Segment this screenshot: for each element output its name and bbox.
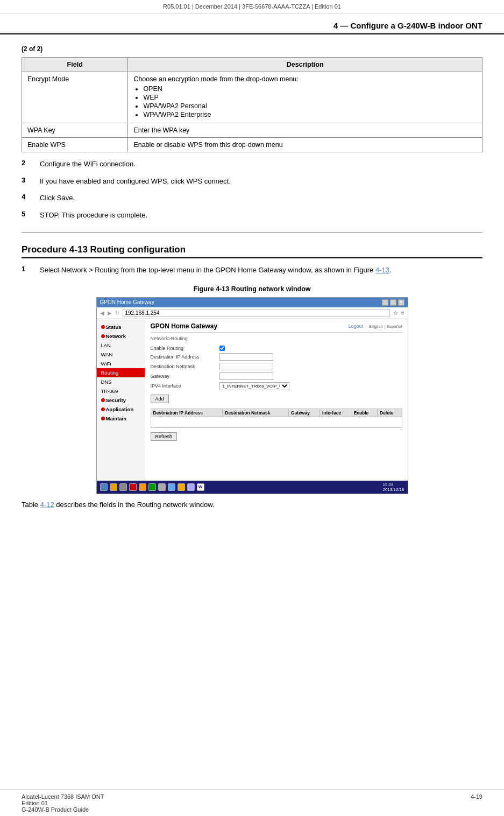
screenshot-titlebar: GPON Home Gateway − □ ✕: [97, 298, 408, 307]
table-empty-row: [151, 417, 402, 427]
taskbar-icon-8[interactable]: [168, 483, 175, 491]
col-field: Field: [22, 58, 128, 72]
bullet-wpa-enterprise: WPA/WPA2 Enterprise: [143, 111, 477, 118]
sidebar-application-label: Application: [106, 406, 134, 412]
logout-link[interactable]: Logout: [349, 323, 364, 329]
form-row-ipv4: IPV4 Interface 1_INTERNET_TR069_VOIP_OTH…: [151, 382, 402, 390]
sidebar-item-network[interactable]: Network: [97, 332, 145, 341]
taskbar-datetime: 15:09 2013/12/18: [382, 482, 404, 492]
language-selector[interactable]: English | Español: [369, 324, 402, 329]
step-2-num: 2: [22, 159, 33, 170]
page-title-bar: 4 — Configure a G-240W-B indoor ONT: [0, 13, 504, 34]
procedure-step-1: 1 Select Network > Routing from the top-…: [22, 265, 482, 276]
taskbar-icon-1[interactable]: [100, 483, 108, 491]
star-icon[interactable]: ☆: [393, 310, 398, 316]
col-dest-ip: Destination IP Address: [151, 409, 223, 417]
sidebar-item-routing[interactable]: Routing: [97, 368, 145, 377]
refresh-button[interactable]: Refresh: [151, 432, 178, 441]
ipv4-interface-select[interactable]: 1_INTERNET_TR069_VOIP_OTH...: [219, 382, 289, 390]
menu-icon[interactable]: ≡: [401, 310, 404, 316]
taskbar-icon-4[interactable]: [129, 483, 137, 491]
maximize-button[interactable]: □: [390, 299, 396, 306]
header-right: Logout English | Español: [349, 323, 402, 329]
figure-container: Figure 4-13 Routing network window GPON …: [22, 285, 482, 494]
sidebar-status-label: Status: [106, 324, 122, 330]
sidebar-item-lan[interactable]: LAN: [97, 341, 145, 350]
procedure-title: Procedure 4-13 Routing configuration: [22, 244, 482, 258]
back-button[interactable]: ◀: [100, 310, 104, 316]
taskbar-icon-w[interactable]: W: [197, 483, 204, 491]
sidebar-item-application[interactable]: Application: [97, 405, 145, 414]
taskbar-icon-2[interactable]: [110, 483, 117, 491]
form-row-enable-routing: Enable Routing: [151, 346, 402, 351]
minimize-button[interactable]: −: [382, 299, 388, 306]
sidebar-network-label: Network: [106, 333, 126, 339]
address-input[interactable]: [123, 309, 390, 317]
taskbar-icon-3[interactable]: [119, 483, 127, 491]
titlebar-controls[interactable]: − □ ✕: [382, 299, 404, 306]
table-row: WPA Key Enter the WPA key: [22, 123, 482, 138]
taskbar-time: 15:09: [382, 482, 404, 487]
sidebar-item-wifi[interactable]: WiFi: [97, 359, 145, 368]
step-2-text: Configure the WiFi connection.: [40, 159, 136, 170]
step-5: 5 STOP. This procedure is complete.: [22, 210, 482, 221]
footer-edition: Edition 01: [22, 800, 48, 806]
page-footer: Alcatel-Lucent 7368 ISAM ONT Edition 01 …: [0, 790, 504, 816]
forward-button[interactable]: ▶: [108, 310, 112, 316]
col-dest-mask: Destination Netmask: [223, 409, 289, 417]
refresh-button[interactable]: ↻: [115, 310, 119, 316]
add-button[interactable]: Add: [151, 395, 169, 403]
table-row: Encrypt Mode Choose an encryption mode f…: [22, 72, 482, 123]
sidebar-item-security[interactable]: Security: [97, 396, 145, 405]
form-row-gateway: Gateway: [151, 372, 402, 380]
taskbar-icon-7[interactable]: [158, 483, 166, 491]
bullet-wep: WEP: [143, 94, 477, 101]
sidebar-item-tr069[interactable]: TR-069: [97, 386, 145, 396]
field-description-table: Field Description Encrypt Mode Choose an…: [22, 57, 482, 152]
close-button[interactable]: ✕: [398, 299, 404, 306]
sidebar-item-dns[interactable]: DNS: [97, 377, 145, 386]
sidebar-security-label: Security: [106, 397, 126, 403]
sidebar-item-status[interactable]: Status: [97, 322, 145, 332]
gateway-input[interactable]: [219, 372, 273, 380]
taskbar-icon-9[interactable]: [178, 483, 185, 491]
titlebar-title: GPON Home Gateway: [100, 299, 154, 305]
page-title: 4 — Configure a G-240W-B indoor ONT: [333, 21, 482, 30]
add-button-row: Add: [151, 392, 402, 405]
sidebar-item-maintain[interactable]: Maintain: [97, 414, 145, 423]
col-gateway: Gateway: [288, 409, 320, 417]
step-2: 2 Configure the WiFi connection.: [22, 159, 482, 170]
step-5-num: 5: [22, 210, 33, 221]
breadcrumb: Network>Routing: [151, 336, 402, 341]
taskbar-icon-5[interactable]: [139, 483, 146, 491]
sidebar-maintain-label: Maintain: [106, 416, 127, 421]
desc-enable-wps: Enable or disable WPS from this drop-dow…: [128, 138, 482, 152]
dest-netmask-input[interactable]: [219, 363, 273, 370]
footer-product: Alcatel-Lucent 7368 ISAM ONT: [22, 793, 104, 800]
form-label-gateway: Gateway: [151, 374, 215, 379]
form-row-dest-netmask: Destination Netmask: [151, 363, 402, 370]
procedure-step-1-text: Select Network > Routing from the top-le…: [40, 265, 392, 276]
sidebar-item-wan[interactable]: WAN: [97, 350, 145, 359]
dest-ip-input[interactable]: [219, 353, 273, 361]
col-interface: Interface: [320, 409, 351, 417]
refresh-button-row: Refresh: [151, 430, 402, 441]
post-figure-text: Table 4-12 describes the fields in the R…: [22, 501, 482, 509]
footer-guide: G-240W-B Product Guide: [22, 806, 89, 813]
field-enable-wps: Enable WPS: [22, 138, 128, 152]
screenshot: GPON Home Gateway − □ ✕ ◀ ▶ ↻ ☆ ≡: [96, 297, 408, 494]
form-label-dest-netmask: Destination Netmask: [151, 364, 215, 369]
desc-encrypt-mode: Choose an encryption mode from the drop-…: [128, 72, 482, 123]
desc-wpa-key: Enter the WPA key: [128, 123, 482, 138]
taskbar-icon-10[interactable]: [187, 483, 195, 491]
taskbar-icon-6[interactable]: [148, 483, 156, 491]
step-3: 3 If you have enabled and configured WPS…: [22, 176, 482, 187]
address-bar: ◀ ▶ ↻ ☆ ≡: [97, 307, 408, 319]
enable-routing-checkbox[interactable]: [219, 346, 225, 351]
procedure-step-1-num: 1: [22, 265, 33, 276]
gpon-header: GPON Home Gateway Logout English | Españ…: [151, 322, 402, 333]
form-label-enable-routing: Enable Routing: [151, 346, 215, 351]
table-caption: (2 of 2): [22, 44, 482, 54]
col-enable: Enable: [351, 409, 378, 417]
main-content: (2 of 2) Field Description Encrypt Mode …: [0, 44, 504, 530]
